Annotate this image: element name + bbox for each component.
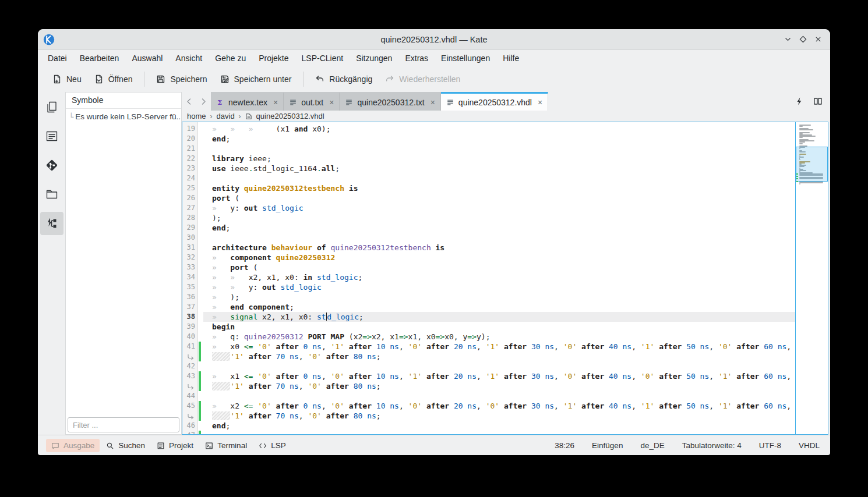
line-number-25[interactable]: 25 xyxy=(182,183,195,193)
line-number-40[interactable]: 40 xyxy=(182,332,195,342)
statusbar-suchen-button[interactable]: Suchen xyxy=(101,439,150,452)
code-line-30[interactable] xyxy=(203,233,795,243)
breadcrumb-home[interactable]: home xyxy=(187,112,206,120)
menu-auswahl[interactable]: Auswahl xyxy=(125,51,169,65)
code-line-23[interactable]: use ieee.std_logic_1164.all; xyxy=(203,164,795,173)
statusbar-encoding[interactable]: UTF-8 xyxy=(759,441,781,450)
line-number-33[interactable]: 33 xyxy=(182,262,195,272)
editor[interactable]: 1920212223242526272829303132333435363738… xyxy=(182,122,828,435)
code-line-31[interactable]: architecture behaviour of quine20250312t… xyxy=(203,243,795,253)
split-view-icon[interactable] xyxy=(813,97,823,106)
line-number-20[interactable]: 20 xyxy=(182,134,195,144)
line-number-22[interactable]: 22 xyxy=(182,154,195,164)
code-line-45[interactable]: » x2 <= '0' after 0 ns, '0' after 10 ns,… xyxy=(203,401,795,411)
line-number-27[interactable]: 27 xyxy=(182,203,195,213)
tab-close-icon[interactable]: × xyxy=(431,98,435,106)
tab-newtex-tex[interactable]: Σnewtex.tex× xyxy=(211,92,284,111)
code-line-35[interactable]: » » y: out std_logic xyxy=(203,282,795,292)
statusbar-terminal-button[interactable]: Terminal xyxy=(200,439,252,452)
code-line-47[interactable] xyxy=(203,431,795,434)
line-number-43[interactable]: 43 xyxy=(182,371,195,381)
statusbar-cursor-position[interactable]: 38:26 xyxy=(555,441,574,450)
statusbar-syntax-mode[interactable]: VHDL xyxy=(799,441,820,450)
code-line-39[interactable]: begin xyxy=(203,322,795,332)
code-line-46[interactable]: end; xyxy=(203,421,795,431)
toolbar-speichern-button[interactable]: Speichern xyxy=(150,70,213,88)
code-line-44[interactable] xyxy=(203,391,795,401)
line-number-37[interactable]: 37 xyxy=(182,302,195,312)
menu-einstellungen[interactable]: Einstellungen xyxy=(435,51,496,65)
menu-bearbeiten[interactable]: Bearbeiten xyxy=(73,51,126,65)
line-number-42[interactable]: 42 xyxy=(182,361,195,371)
code-line-21[interactable] xyxy=(203,144,795,154)
code-line-28[interactable]: ); xyxy=(203,213,795,223)
line-number-35[interactable]: 35 xyxy=(182,282,195,292)
statusbar-projekt-button[interactable]: Projekt xyxy=(151,439,199,452)
code-line-43[interactable]: » x1 <= '0' after 0 ns, '0' after 10 ns,… xyxy=(203,371,795,381)
code-line-26[interactable]: port ( xyxy=(203,193,795,203)
tab-close-icon[interactable]: × xyxy=(329,98,334,106)
menu-ansicht[interactable]: Ansicht xyxy=(169,51,209,65)
minimap-viewport[interactable] xyxy=(796,147,828,182)
menu-extras[interactable]: Extras xyxy=(398,51,435,65)
code-line-29[interactable]: end; xyxy=(203,223,795,233)
code-line-33[interactable]: » port ( xyxy=(203,262,795,272)
menu-lsp-client[interactable]: LSP-CLient xyxy=(295,51,350,65)
toolview-symbols-button[interactable] xyxy=(40,212,63,235)
toolbar-ffnen-button[interactable]: Öffnen xyxy=(88,70,139,88)
titlebar[interactable]: quine20250312.vhdl — Kate xyxy=(38,29,830,50)
code-line-40[interactable]: » q: quine20250312 PORT MAP (x2=>x2, x1=… xyxy=(203,332,795,342)
close-button[interactable] xyxy=(814,36,822,43)
line-number-46[interactable]: 46 xyxy=(182,421,195,431)
statusbar-tab-width[interactable]: Tabulatorweite: 4 xyxy=(682,441,742,450)
minimize-button[interactable] xyxy=(784,36,792,43)
tab-quine20250312-vhdl[interactable]: quine20250312.vhdl× xyxy=(441,92,548,111)
code-text-area[interactable]: » » » (x1 and x0);end;library ieee;use i… xyxy=(203,122,795,434)
tab-out-txt[interactable]: out.txt× xyxy=(284,92,340,111)
statusbar-ausgabe-button[interactable]: Ausgabe xyxy=(46,439,100,452)
code-line-41[interactable]: » x0 <= '0' after 0 ns, '1' after 10 ns,… xyxy=(203,342,795,352)
menu-hilfe[interactable]: Hilfe xyxy=(496,51,525,65)
code-line-24[interactable] xyxy=(203,173,795,183)
breadcrumb-file[interactable]: quine20250312.vhdl xyxy=(256,112,324,120)
toolbar-r-ckg-ngig-button[interactable]: Rückgängig xyxy=(309,70,379,88)
line-number-26[interactable]: 26 xyxy=(182,193,195,203)
line-number-29[interactable]: 29 xyxy=(182,223,195,233)
tab-quine20250312-txt[interactable]: quine20250312.txt× xyxy=(340,92,440,111)
menu-datei[interactable]: Datei xyxy=(41,51,73,65)
line-number-gutter[interactable]: 1920212223242526272829303132333435363738… xyxy=(182,122,198,434)
code-line-19[interactable]: » » » (x1 and x0); xyxy=(203,124,795,134)
line-number-47[interactable]: 47 xyxy=(182,431,195,435)
toolbar-speichern-unter-button[interactable]: Speichern unter xyxy=(214,70,298,88)
line-number-28[interactable]: 28 xyxy=(182,213,195,223)
code-line-wrap[interactable]: '1' after 70 ns, '0' after 80 ns; xyxy=(203,411,795,421)
code-line-25[interactable]: entity quine20250312testbench is xyxy=(203,183,795,193)
line-number-19[interactable]: 19 xyxy=(182,124,195,134)
toolbar-neu-button[interactable]: Neu xyxy=(46,70,88,88)
symbols-filter-input[interactable] xyxy=(68,417,179,432)
line-number-30[interactable]: 30 xyxy=(182,233,195,243)
menu-sitzungen[interactable]: Sitzungen xyxy=(350,51,398,65)
line-number-24[interactable]: 24 xyxy=(182,173,195,183)
line-number-41[interactable]: 41 xyxy=(182,342,195,352)
statusbar-lsp-button[interactable]: LSP xyxy=(253,439,291,452)
code-line-32[interactable]: » component quine20250312 xyxy=(203,253,795,262)
line-number-31[interactable]: 31 xyxy=(182,243,195,253)
line-number-21[interactable]: 21 xyxy=(182,144,195,154)
toolview-documents-button[interactable] xyxy=(40,95,63,119)
code-line-wrap[interactable]: '1' after 70 ns, '0' after 80 ns; xyxy=(203,381,795,391)
line-number-36[interactable]: 36 xyxy=(182,292,195,302)
toolview-open-files-button[interactable] xyxy=(40,125,63,148)
statusbar-input-mode[interactable]: Einfügen xyxy=(592,441,623,450)
minimap-scrollbar[interactable] xyxy=(795,122,828,434)
maximize-button[interactable] xyxy=(799,36,807,43)
tab-close-icon[interactable]: × xyxy=(538,98,542,106)
code-line-36[interactable]: » ); xyxy=(203,292,795,302)
line-number-34[interactable]: 34 xyxy=(182,272,195,282)
line-number-38[interactable]: 38 xyxy=(182,312,195,322)
code-line-37[interactable]: » end component; xyxy=(203,302,795,312)
code-line-wrap[interactable]: '1' after 70 ns, '0' after 80 ns; xyxy=(203,352,795,361)
line-number-23[interactable]: 23 xyxy=(182,164,195,173)
menu-gehe-zu[interactable]: Gehe zu xyxy=(209,51,252,65)
line-number-45[interactable]: 45 xyxy=(182,401,195,411)
